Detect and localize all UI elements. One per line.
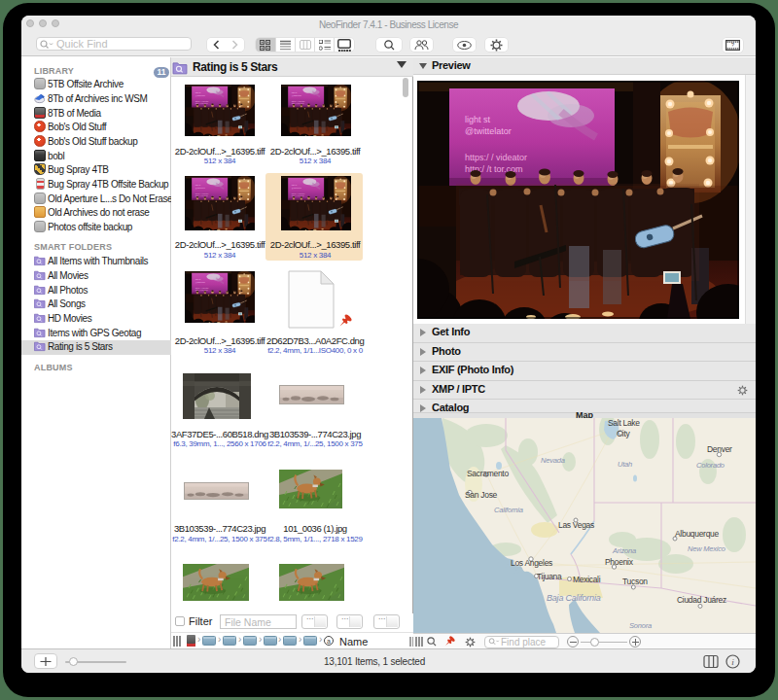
svg-text:Sacramento: Sacramento [467,469,509,478]
svg-text:Tijuana: Tijuana [537,572,562,581]
svg-text:Denver: Denver [707,444,732,454]
svg-text:San Jose: San Jose [465,490,498,500]
svg-text:New Mexico: New Mexico [688,544,725,553]
svg-text:Tucson: Tucson [622,577,648,586]
svg-text:Nevada: Nevada [541,456,565,465]
svg-text:California: California [494,506,523,514]
svg-text:Colorado: Colorado [696,461,725,470]
svg-text:City: City [617,429,630,438]
svg-text:Ciudad Juárez: Ciudad Juárez [677,595,726,605]
svg-text:Arizona: Arizona [612,546,636,555]
svg-text:Salt Lake: Salt Lake [608,418,640,428]
svg-text:Albuquerque: Albuquerque [675,529,719,539]
svg-text:Mexicali: Mexicali [573,575,601,584]
svg-text:i: i [731,657,734,667]
svg-text:Phoenix: Phoenix [605,557,634,567]
svg-text:Sonora: Sonora [629,621,652,630]
svg-text:Baja California: Baja California [547,593,601,603]
svg-text:Las Vegas: Las Vegas [558,520,594,530]
svg-text:Los Angeles: Los Angeles [511,558,552,568]
svg-text:Utah: Utah [618,460,632,469]
svg-text:?: ? [731,42,735,48]
